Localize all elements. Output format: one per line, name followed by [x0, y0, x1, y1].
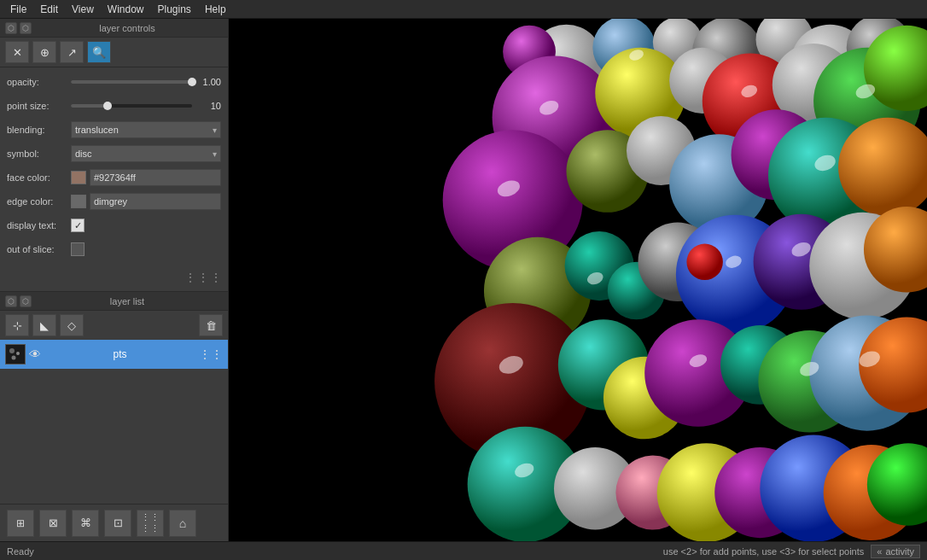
activity-prefix: «	[877, 546, 882, 557]
layer-lock-icon[interactable]: ⬡	[20, 295, 32, 307]
layer-list-toolbar: ⊹ ◣ ◇ 🗑	[0, 311, 228, 340]
more-options: ⋮⋮⋮	[0, 271, 228, 284]
layer-item-pts[interactable]: 👁 pts ⋮⋮	[0, 340, 228, 369]
face-color-swatch[interactable]	[71, 171, 86, 184]
pin-icon[interactable]: ⬡	[5, 22, 17, 34]
edge-color-text[interactable]: dimgrey	[90, 193, 221, 210]
script-button[interactable]: ⊠	[39, 510, 67, 537]
controls-body: opacity: 1.00 point size:	[0, 67, 228, 269]
menubar: File Edit View Window Plugins Help	[0, 0, 927, 19]
layer-preview-svg	[7, 346, 24, 363]
search-button[interactable]: 🔍	[87, 41, 111, 63]
display-text-row: display text: ✓	[7, 216, 221, 235]
point-size-slider-fill	[71, 104, 108, 108]
out-of-slice-label: out of slice:	[7, 244, 71, 254]
layer-name: pts	[44, 348, 195, 360]
menu-view[interactable]: View	[65, 2, 101, 17]
trash-icon[interactable]: 🗑	[199, 314, 223, 336]
layer-controls-toolbar: ✕ ⊕ ↗ 🔍	[0, 38, 228, 67]
layer-list-header: ⬡ ⬡ layer list	[0, 292, 228, 311]
point-size-value: 10	[197, 101, 221, 111]
out-of-slice-checkbox[interactable]	[71, 242, 85, 256]
blending-row: blending: translucen ▾	[7, 120, 221, 139]
point-size-control: 10	[71, 101, 221, 111]
left-panel: ⬡ ⬡ layer controls ✕ ⊕ ↗ 🔍 opacity:	[0, 19, 229, 541]
blending-control: translucen ▾	[71, 121, 221, 138]
hint-text: use <2> for add points, use <3> for sele…	[663, 546, 864, 557]
edge-color-row: edge color: dimgrey	[7, 192, 221, 211]
layer-list-title: layer list	[32, 296, 223, 306]
status-text: Ready	[7, 546, 34, 557]
plugin-button[interactable]: ⌘	[72, 510, 99, 537]
plugin2-button[interactable]: ⊡	[104, 510, 131, 537]
blending-arrow: ▾	[213, 125, 217, 135]
opacity-slider-fill	[71, 80, 192, 84]
bottom-toolbar: ⊞ ⊠ ⌘ ⊡ ⋮⋮⋮⋮ ⌂	[0, 504, 228, 541]
add-button[interactable]: ⊕	[32, 41, 56, 63]
statusbar-right: use <2> for add points, use <3> for sele…	[663, 545, 920, 558]
grid-button[interactable]: ⋮⋮⋮⋮	[137, 510, 164, 537]
out-of-slice-row: out of slice:	[7, 240, 221, 259]
point-size-slider-thumb[interactable]	[103, 102, 112, 110]
opacity-label: opacity:	[7, 77, 71, 87]
face-color-text[interactable]: #927364ff	[90, 169, 221, 186]
opacity-slider-track[interactable]	[71, 80, 192, 84]
edge-color-swatch[interactable]	[71, 195, 86, 208]
display-text-checkbox[interactable]: ✓	[71, 219, 85, 232]
spheres-svg	[229, 19, 927, 541]
opacity-slider-thumb[interactable]	[188, 78, 196, 86]
opacity-row: opacity: 1.00	[7, 73, 221, 91]
move-button[interactable]: ↗	[60, 41, 84, 63]
close-button[interactable]: ✕	[5, 41, 29, 63]
viewport[interactable]	[229, 19, 927, 541]
delete-layer-btn[interactable]: 🗑	[199, 314, 223, 336]
svg-point-0	[9, 348, 15, 353]
layer-pin-icon[interactable]: ⬡	[5, 295, 17, 307]
symbol-dropdown[interactable]: disc ▾	[71, 145, 221, 162]
menu-edit[interactable]: Edit	[33, 2, 65, 17]
symbol-control: disc ▾	[71, 145, 221, 162]
layer-controls-title: layer controls	[32, 23, 223, 33]
home-button[interactable]: ⌂	[169, 510, 196, 537]
symbol-value: disc	[75, 149, 92, 159]
opacity-control: 1.00	[71, 77, 221, 87]
console-button[interactable]: ⊞	[7, 510, 34, 537]
menu-help[interactable]: Help	[198, 2, 233, 17]
labels-tool-btn[interactable]: ◇	[60, 314, 84, 336]
face-color-label: face color:	[7, 172, 71, 183]
point-size-row: point size: 10	[7, 96, 221, 115]
blending-value: translucen	[75, 125, 119, 135]
menu-plugins[interactable]: Plugins	[151, 2, 198, 17]
blending-dropdown[interactable]: translucen ▾	[71, 121, 221, 138]
symbol-row: symbol: disc ▾	[7, 144, 221, 163]
layer-list-section: ⬡ ⬡ layer list ⊹ ◣ ◇ 🗑	[0, 292, 228, 504]
symbol-label: symbol:	[7, 149, 71, 159]
menu-window[interactable]: Window	[101, 2, 151, 17]
menu-file[interactable]: File	[3, 2, 33, 17]
layer-options-icon[interactable]: ⋮⋮	[199, 347, 223, 361]
activity-button[interactable]: « activity	[871, 545, 920, 558]
display-text-control: ✓	[71, 219, 221, 232]
points-tool-btn[interactable]: ⊹	[5, 314, 29, 336]
activity-label: activity	[885, 546, 914, 557]
face-color-control: #927364ff	[71, 169, 221, 186]
face-color-row: face color: #927364ff	[7, 168, 221, 187]
out-of-slice-control	[71, 242, 221, 256]
display-text-label: display text:	[7, 220, 71, 230]
lock-icon[interactable]: ⬡	[20, 22, 32, 34]
layer-controls-section: ⬡ ⬡ layer controls ✕ ⊕ ↗ 🔍 opacity:	[0, 19, 228, 292]
statusbar: Ready use <2> for add points, use <3> fo…	[0, 541, 927, 560]
symbol-arrow: ▾	[213, 149, 217, 159]
layer-thumbnail	[5, 344, 26, 365]
svg-point-1	[16, 352, 20, 355]
more-dots[interactable]: ⋮⋮⋮	[184, 271, 223, 284]
layer-visibility-icon[interactable]: 👁	[29, 347, 41, 361]
spheres-canvas	[229, 19, 927, 541]
edge-color-control: dimgrey	[71, 193, 221, 210]
shapes-tool-btn[interactable]: ◣	[32, 314, 56, 336]
point-size-label: point size:	[7, 101, 71, 111]
point-size-slider-track[interactable]	[71, 104, 192, 108]
layer-controls-header: ⬡ ⬡ layer controls	[0, 19, 228, 38]
svg-point-2	[12, 356, 16, 360]
main-area: ⬡ ⬡ layer controls ✕ ⊕ ↗ 🔍 opacity:	[0, 19, 927, 541]
